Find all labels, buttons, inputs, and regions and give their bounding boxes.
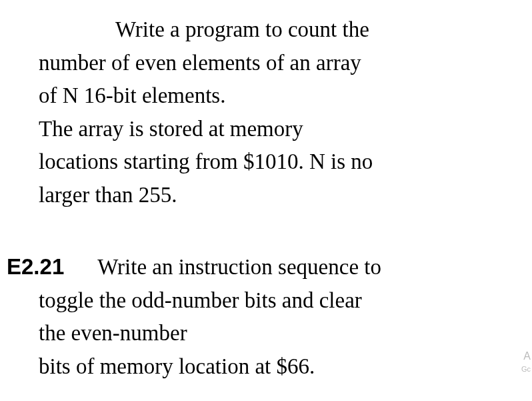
- watermark-text-2: Gc: [521, 365, 531, 373]
- problem-2: E2.21Write an instruction sequence to to…: [7, 250, 525, 383]
- watermark-text-1: A: [523, 350, 531, 362]
- problem-1-line-4: The array is stored at memory: [39, 113, 519, 146]
- problem-1-line-6: larger than 255.: [39, 179, 519, 212]
- problem-1: Write a program to count the number of e…: [39, 13, 519, 212]
- problem-1-line-5: locations starting from $1010. N is no: [39, 145, 519, 179]
- problem-2-line-4: bits of memory location at $66.: [39, 350, 525, 384]
- problem-1-line-3: of N 16-bit elements.: [39, 79, 519, 113]
- problem-1-line-2: number of even elements of an array: [39, 47, 519, 80]
- problem-2-line-1: Write an instruction sequence to: [97, 255, 381, 279]
- problem-2-line-2: toggle the odd-number bits and clear: [39, 284, 525, 318]
- problem-2-first-line: E2.21Write an instruction sequence to: [7, 250, 525, 284]
- problem-2-line-3: the even-number: [39, 317, 525, 350]
- problem-1-line-1: Write a program to count the: [39, 13, 519, 47]
- problem-2-label: E2.21: [7, 254, 64, 279]
